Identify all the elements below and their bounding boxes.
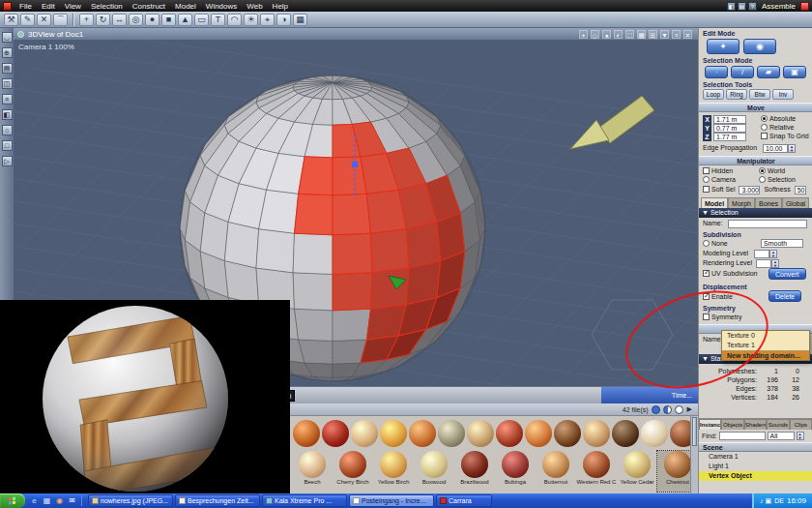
- none-radio-icon[interactable]: [703, 240, 710, 247]
- enable-checkbox[interactable]: Enable: [703, 293, 733, 300]
- model-edit-mode-button[interactable]: ✦: [707, 39, 740, 54]
- edge-select-button[interactable]: /: [731, 66, 754, 78]
- cone-primitive-icon[interactable]: ▲: [178, 14, 192, 26]
- selection-name-field[interactable]: [728, 220, 807, 228]
- symmetry-checkbox-icon[interactable]: [703, 314, 710, 320]
- magnet-tool-icon[interactable]: ◡: [2, 32, 13, 43]
- shader-thumbnail[interactable]: [437, 418, 466, 449]
- taskbar-window-button[interactable]: Kala Xtreme Pro ...: [262, 494, 347, 507]
- browser-next-icon[interactable]: ▶: [687, 405, 692, 413]
- wireframe-mode-icon[interactable]: ◇: [591, 30, 599, 39]
- show-desktop-icon[interactable]: ▦: [42, 495, 52, 506]
- rotate-tool-icon[interactable]: ↻: [96, 14, 110, 26]
- camera-tool-icon[interactable]: ⌖: [260, 14, 275, 26]
- shader-thumbnail[interactable]: [379, 418, 408, 449]
- scene-tab-shaders[interactable]: Shaders: [744, 419, 767, 430]
- find-scope-arrow[interactable]: [797, 432, 804, 440]
- selection-section-header[interactable]: ▼ Selection: [699, 208, 812, 218]
- absolute-radio-icon[interactable]: [761, 115, 768, 122]
- render-sphere-icon[interactable]: ◑: [276, 14, 291, 26]
- selection-tool-btw[interactable]: Btw: [749, 89, 770, 100]
- preview-medium-icon[interactable]: [663, 405, 672, 414]
- shader-thumbnail[interactable]: [524, 418, 553, 449]
- cube-primitive-icon[interactable]: ■: [161, 14, 176, 26]
- tab-morph[interactable]: Morph: [728, 197, 755, 208]
- shaded-mode-icon[interactable]: ●: [602, 30, 611, 39]
- grid-tool-icon[interactable]: ▦: [293, 14, 307, 26]
- scene-tab-instance[interactable]: Instance: [699, 419, 721, 430]
- scale-tool-icon[interactable]: ↔: [112, 14, 127, 26]
- close-view-icon[interactable]: ✕: [683, 30, 692, 39]
- scene-item-vertex-object[interactable]: Vertex Object: [699, 471, 812, 481]
- shader-thumbnail-brazilwood[interactable]: Brazilwood: [454, 451, 495, 492]
- vertex-select-button[interactable]: ∙: [705, 66, 728, 78]
- scene-item-camera-1[interactable]: Camera 1: [699, 452, 812, 462]
- spline-tool-icon[interactable]: ◠: [227, 14, 242, 26]
- assemble-room-icon[interactable]: [800, 2, 809, 11]
- scene-tab-clips[interactable]: Clips: [790, 419, 812, 430]
- delete-tool-icon[interactable]: ✕: [37, 14, 51, 26]
- popup-item[interactable]: New shading domain...: [722, 350, 809, 360]
- symmetry-checkbox[interactable]: Symmetry: [703, 314, 742, 320]
- soft-sel-checkbox-icon[interactable]: [703, 186, 710, 193]
- selection-tool-loop[interactable]: Loop: [703, 89, 724, 100]
- preview-large-icon[interactable]: [652, 405, 660, 414]
- list-view-icon[interactable]: ▤: [2, 63, 13, 74]
- snap-checkbox-icon[interactable]: [761, 133, 768, 139]
- find-input[interactable]: [719, 432, 766, 440]
- menu-construct[interactable]: Construct: [128, 2, 170, 11]
- shader-thumbnail[interactable]: [582, 418, 611, 449]
- popup-item[interactable]: Texture 1: [722, 341, 809, 350]
- half-shade-icon[interactable]: ◧: [2, 109, 13, 120]
- snap-to-grid-checkbox[interactable]: Snap To Grid: [761, 133, 809, 139]
- start-button[interactable]: [0, 493, 25, 508]
- camera-radio[interactable]: Camera: [703, 176, 736, 183]
- hidden-checkbox-icon[interactable]: [703, 167, 710, 174]
- media-player-icon[interactable]: ◉: [54, 495, 65, 506]
- shader-thumbnail-butternut[interactable]: Butternut: [536, 451, 576, 492]
- light-tool-icon[interactable]: ☀: [244, 14, 258, 26]
- plane-primitive-icon[interactable]: ▭: [194, 14, 209, 26]
- options-menu-icon[interactable]: ▼: [660, 30, 669, 39]
- language-indicator[interactable]: DE: [774, 497, 784, 504]
- shader-thumbnail[interactable]: [408, 418, 437, 449]
- square-tool-icon[interactable]: □: [2, 140, 13, 151]
- menu-view[interactable]: View: [60, 2, 86, 11]
- shader-thumbnail-yellow-cedar[interactable]: Yellow Cedar: [617, 451, 657, 492]
- shader-thumbnail[interactable]: [350, 418, 379, 449]
- shader-thumbnail-cherry-birch[interactable]: Cherry Birch: [333, 451, 373, 492]
- layers-icon[interactable]: ≡: [2, 94, 13, 105]
- wrench-tool-icon[interactable]: ⚒: [4, 14, 18, 26]
- sphere-primitive-icon[interactable]: ●: [145, 14, 160, 26]
- menu-model[interactable]: Model: [170, 2, 201, 11]
- edge-propagation-stepper[interactable]: [788, 144, 796, 153]
- find-scope-dropdown[interactable]: All: [768, 432, 795, 440]
- pen-tool-icon[interactable]: ✎: [20, 14, 35, 26]
- shader-thumbnail[interactable]: [321, 418, 350, 449]
- menu-web[interactable]: Web: [242, 2, 267, 11]
- target-tool-icon[interactable]: ⊕: [2, 47, 13, 58]
- softness-field[interactable]: 50: [795, 186, 806, 194]
- modeling-level-field[interactable]: [754, 250, 769, 258]
- absolute-radio[interactable]: Absolute: [761, 115, 796, 122]
- menu-windows[interactable]: Windows: [201, 2, 242, 11]
- tab-global[interactable]: Global: [782, 197, 809, 208]
- uv-subdivision-checkbox[interactable]: UV Subdivision: [703, 270, 757, 277]
- play-icon[interactable]: ▷: [2, 156, 13, 166]
- circle-tool-icon[interactable]: ○: [2, 125, 13, 135]
- shader-thumbnail-yellow-birch[interactable]: Yellow Birch: [373, 451, 414, 492]
- enable-checkbox-icon[interactable]: [703, 293, 710, 300]
- face-select-button[interactable]: ▰: [757, 66, 780, 78]
- browse-room-icon[interactable]: ▤: [738, 2, 746, 11]
- menu-selection[interactable]: Selection: [86, 2, 128, 11]
- shader-thumbnail-beech[interactable]: Beech: [292, 451, 333, 492]
- y-value-field[interactable]: 0.77 m: [713, 124, 746, 133]
- shader-thumbnail[interactable]: [495, 418, 524, 449]
- camera-radio-icon[interactable]: [703, 176, 710, 183]
- single-pane-icon[interactable]: □: [625, 30, 634, 39]
- text-primitive-icon[interactable]: T: [211, 14, 225, 26]
- camera-view-icon[interactable]: ⌖: [579, 30, 588, 39]
- menu-edit[interactable]: Edit: [37, 2, 60, 11]
- zoom-tool-icon[interactable]: ◎: [129, 14, 143, 26]
- smooth-dropdown[interactable]: Smooth: [761, 239, 803, 248]
